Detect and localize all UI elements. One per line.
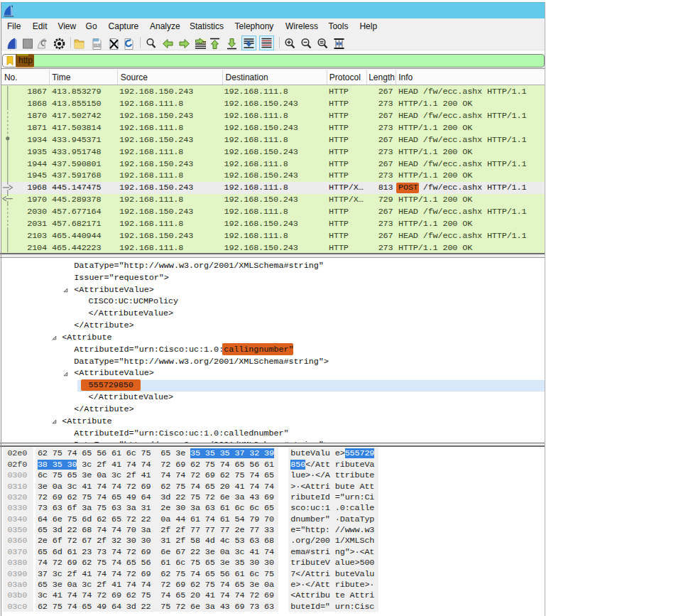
- svg-text:010: 010: [94, 43, 100, 48]
